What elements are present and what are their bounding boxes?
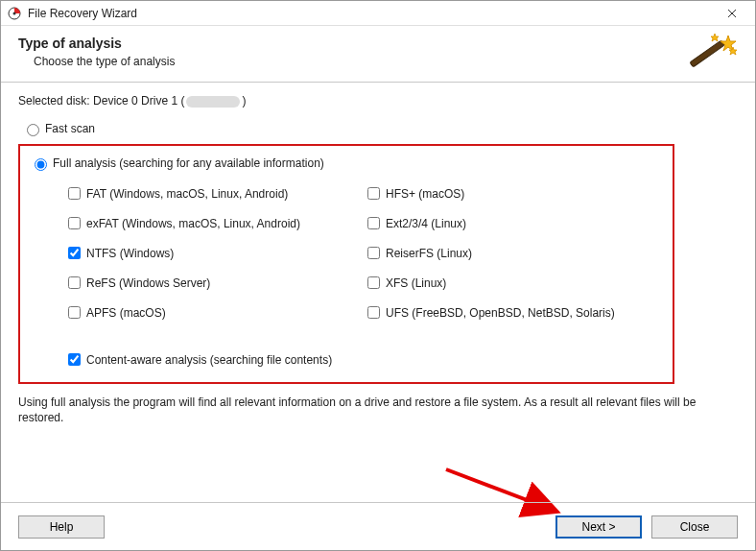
fs-option-left-0[interactable]: FAT (Windows, macOS, Linux, Android) [64, 184, 364, 203]
fs-option-input-right-2[interactable] [367, 247, 380, 259]
fs-option-label: UFS (FreeBSD, OpenBSD, NetBSD, Solaris) [386, 306, 615, 320]
fs-option-input-right-3[interactable] [367, 276, 380, 289]
full-analysis-group: Full analysis (searching for any availab… [18, 144, 674, 384]
help-button[interactable]: Help [18, 515, 105, 539]
fast-scan-label: Fast scan [45, 122, 95, 135]
selected-disk-prefix: Selected disk: [18, 94, 93, 108]
wizard-icon [686, 32, 740, 78]
next-button[interactable]: Next > [555, 515, 642, 539]
svg-marker-8 [711, 34, 719, 41]
selected-disk-value-before: Device 0 Drive 1 ( [93, 94, 184, 108]
page-subtitle: Choose the type of analysis [34, 55, 738, 68]
titlebar: File Recovery Wizard [1, 1, 755, 26]
fs-option-left-2[interactable]: NTFS (Windows) [64, 244, 364, 262]
fs-option-input-right-4[interactable] [367, 306, 380, 319]
fs-option-input-left-0[interactable] [68, 187, 81, 200]
fs-option-input-left-2[interactable] [68, 247, 81, 259]
content-aware-label: Content-aware analysis (searching file c… [86, 353, 332, 367]
fs-option-label: exFAT (Windows, macOS, Linux, Android) [86, 217, 300, 230]
app-icon [7, 6, 22, 21]
fs-option-label: APFS (macOS) [86, 306, 166, 320]
fs-option-input-left-4[interactable] [68, 306, 81, 319]
fs-option-label: FAT (Windows, macOS, Linux, Android) [86, 187, 288, 201]
fs-option-label: Ext2/3/4 (Linux) [386, 217, 466, 230]
svg-point-1 [13, 12, 16, 14]
fs-option-right-3[interactable]: XFS (Linux) [364, 274, 663, 292]
fs-option-left-3[interactable]: ReFS (Windows Server) [64, 274, 364, 292]
full-analysis-radio[interactable]: Full analysis (searching for any availab… [30, 156, 663, 171]
window-title: File Recovery Wizard [28, 7, 137, 20]
full-analysis-label: Full analysis (searching for any availab… [53, 156, 324, 170]
fs-option-label: NTFS (Windows) [86, 247, 174, 260]
fast-scan-radio[interactable]: Fast scan [22, 121, 738, 136]
close-icon[interactable] [713, 2, 751, 25]
fs-option-label: HFS+ (macOS) [386, 187, 464, 201]
filesystem-options: FAT (Windows, macOS, Linux, Android)exFA… [64, 179, 663, 327]
fs-option-label: ReFS (Windows Server) [86, 276, 210, 290]
fs-option-right-2[interactable]: ReiserFS (Linux) [364, 244, 663, 262]
full-analysis-radio-input[interactable] [35, 158, 47, 171]
button-bar: Help Next > Close [1, 502, 755, 550]
fs-option-left-1[interactable]: exFAT (Windows, macOS, Linux, Android) [64, 214, 364, 232]
fs-option-input-left-1[interactable] [68, 217, 81, 229]
fs-option-left-4[interactable]: APFS (macOS) [64, 303, 364, 322]
fs-option-right-0[interactable]: HFS+ (macOS) [364, 184, 663, 203]
fs-option-right-4[interactable]: UFS (FreeBSD, OpenBSD, NetBSD, Solaris) [364, 303, 663, 322]
page-title: Type of analysis [18, 36, 738, 51]
fs-option-label: ReiserFS (Linux) [386, 247, 472, 260]
wizard-header: Type of analysis Choose the type of anal… [1, 26, 755, 83]
wizard-window: File Recovery Wizard Type of analysis Ch… [0, 0, 756, 551]
description-text: Using full analysis the program will fin… [18, 395, 728, 425]
selected-disk: Selected disk: Device 0 Drive 1 () [18, 94, 738, 108]
fs-option-input-left-3[interactable] [68, 276, 81, 289]
fs-option-input-right-1[interactable] [367, 217, 380, 229]
fs-option-input-right-0[interactable] [367, 187, 380, 200]
fast-scan-radio-input[interactable] [27, 124, 39, 136]
close-button[interactable]: Close [651, 515, 738, 539]
fs-option-label: XFS (Linux) [386, 276, 446, 290]
content-aware-checkbox[interactable]: Content-aware analysis (searching file c… [64, 350, 663, 369]
selected-disk-redacted [186, 96, 240, 108]
content-aware-input[interactable] [68, 353, 81, 366]
fs-option-right-1[interactable]: Ext2/3/4 (Linux) [364, 214, 663, 232]
selected-disk-value-after: ) [242, 94, 246, 108]
svg-rect-4 [690, 40, 724, 67]
